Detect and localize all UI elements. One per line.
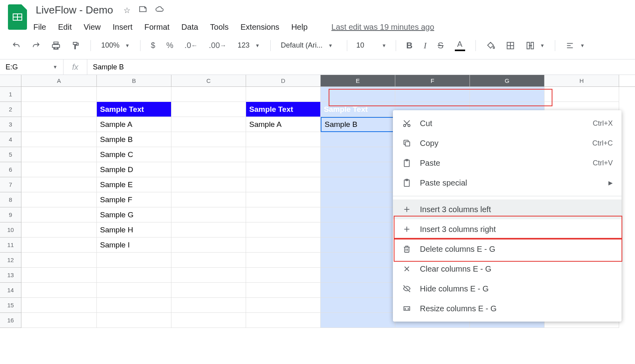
col-header-E[interactable]: E xyxy=(321,75,395,86)
context-menu-insert-3-columns-left[interactable]: Insert 3 columns left xyxy=(393,199,622,219)
cell-C8[interactable] xyxy=(171,192,246,207)
cell-A14[interactable] xyxy=(21,283,97,298)
cell-B4[interactable]: Sample B xyxy=(97,132,171,147)
row-header-7[interactable]: 7 xyxy=(0,177,21,192)
cell-H1[interactable] xyxy=(545,87,619,102)
cell-B6[interactable]: Sample D xyxy=(97,162,171,177)
cell-B11[interactable]: Sample I xyxy=(97,238,171,253)
cell-E12[interactable] xyxy=(321,253,395,268)
cell-D11[interactable] xyxy=(246,238,321,253)
cell-E2[interactable]: Sample Text xyxy=(321,102,395,117)
menu-format[interactable]: Format xyxy=(144,23,169,32)
cell-D8[interactable] xyxy=(246,192,321,207)
font-size-dropdown[interactable]: 10▼ xyxy=(354,41,389,50)
cell-A3[interactable] xyxy=(21,117,97,132)
row-header-5[interactable]: 5 xyxy=(0,147,21,162)
cell-E4[interactable] xyxy=(321,132,395,147)
cell-C15[interactable] xyxy=(171,298,246,313)
cell-C7[interactable] xyxy=(171,177,246,192)
cell-D5[interactable] xyxy=(246,147,321,162)
cell-A16[interactable] xyxy=(21,313,97,328)
cell-B5[interactable]: Sample C xyxy=(97,147,171,162)
paint-format-button[interactable] xyxy=(67,39,84,52)
cell-E1[interactable] xyxy=(321,87,395,102)
cell-E13[interactable] xyxy=(321,268,395,283)
cell-B16[interactable] xyxy=(97,313,171,328)
bold-button[interactable]: B xyxy=(402,38,417,53)
cell-A2[interactable] xyxy=(21,102,97,117)
font-dropdown[interactable]: Default (Ari...▼ xyxy=(277,41,341,50)
cell-C6[interactable] xyxy=(171,162,246,177)
cell-C12[interactable] xyxy=(171,253,246,268)
cell-E6[interactable] xyxy=(321,162,395,177)
cell-B2[interactable]: Sample Text xyxy=(97,102,171,117)
cell-E16[interactable] xyxy=(321,313,395,328)
context-menu-clear-columns-e-g[interactable]: Clear columns E - G xyxy=(393,259,622,279)
menu-edit[interactable]: Edit xyxy=(58,23,71,32)
print-button[interactable] xyxy=(48,39,64,52)
cell-C11[interactable] xyxy=(171,238,246,253)
context-menu-paste-special[interactable]: Paste special▶ xyxy=(393,173,622,193)
cell-B10[interactable]: Sample H xyxy=(97,222,171,238)
cell-C1[interactable] xyxy=(171,87,246,102)
cell-D1[interactable] xyxy=(246,87,321,102)
cell-D16[interactable] xyxy=(246,313,321,328)
cell-A6[interactable] xyxy=(21,162,97,177)
row-header-1[interactable]: 1 xyxy=(0,87,21,102)
cell-C16[interactable] xyxy=(171,313,246,328)
cell-E8[interactable] xyxy=(321,192,395,207)
cell-A9[interactable] xyxy=(21,207,97,222)
menu-view[interactable]: View xyxy=(84,23,101,32)
row-header-3[interactable]: 3 xyxy=(0,117,21,132)
move-icon[interactable] xyxy=(139,5,147,15)
cell-E3[interactable]: Sample B xyxy=(321,117,395,132)
redo-button[interactable] xyxy=(28,39,44,52)
col-header-D[interactable]: D xyxy=(246,75,321,86)
row-header-8[interactable]: 8 xyxy=(0,192,21,207)
cell-D13[interactable] xyxy=(246,268,321,283)
context-menu-hide-columns-e-g[interactable]: Hide columns E - G xyxy=(393,279,622,299)
cell-D14[interactable] xyxy=(246,283,321,298)
row-header-13[interactable]: 13 xyxy=(0,268,21,283)
context-menu-resize-columns-e-g[interactable]: Resize columns E - G xyxy=(393,299,622,318)
cell-C9[interactable] xyxy=(171,207,246,222)
cell-A7[interactable] xyxy=(21,177,97,192)
cell-D12[interactable] xyxy=(246,253,321,268)
currency-button[interactable]: $ xyxy=(147,38,159,52)
cell-B3[interactable]: Sample A xyxy=(97,117,171,132)
menu-insert[interactable]: Insert xyxy=(113,23,133,32)
cell-D7[interactable] xyxy=(246,177,321,192)
cell-C3[interactable] xyxy=(171,117,246,132)
menu-tools[interactable]: Tools xyxy=(210,23,229,32)
cell-A10[interactable] xyxy=(21,222,97,238)
cell-E7[interactable] xyxy=(321,177,395,192)
cell-B9[interactable]: Sample G xyxy=(97,207,171,222)
cell-A1[interactable] xyxy=(21,87,97,102)
cell-C13[interactable] xyxy=(171,268,246,283)
cell-A12[interactable] xyxy=(21,253,97,268)
increase-decimal-button[interactable]: .00→ xyxy=(205,38,230,52)
col-header-G[interactable]: G xyxy=(470,75,545,86)
cell-B15[interactable] xyxy=(97,298,171,313)
row-header-16[interactable]: 16 xyxy=(0,313,21,328)
zoom-dropdown[interactable]: 100%▼ xyxy=(97,41,134,50)
cell-E14[interactable] xyxy=(321,283,395,298)
select-all-corner[interactable] xyxy=(0,75,21,86)
col-header-B[interactable]: B xyxy=(97,75,171,86)
row-header-14[interactable]: 14 xyxy=(0,283,21,298)
context-menu-copy[interactable]: CopyCtrl+C xyxy=(393,133,622,153)
cell-D6[interactable] xyxy=(246,162,321,177)
cell-C14[interactable] xyxy=(171,283,246,298)
cell-E10[interactable] xyxy=(321,222,395,238)
cell-C2[interactable] xyxy=(171,102,246,117)
cell-A13[interactable] xyxy=(21,268,97,283)
formula-input[interactable]: Sample B xyxy=(87,63,635,71)
col-header-F[interactable]: F xyxy=(395,75,470,86)
context-menu-delete-columns-e-g[interactable]: Delete columns E - G xyxy=(393,239,622,259)
sheets-logo-icon[interactable] xyxy=(8,4,27,30)
row-header-6[interactable]: 6 xyxy=(0,162,21,177)
row-header-9[interactable]: 9 xyxy=(0,207,21,222)
borders-button[interactable] xyxy=(502,39,519,52)
context-menu-paste[interactable]: PasteCtrl+V xyxy=(393,153,622,173)
cell-C5[interactable] xyxy=(171,147,246,162)
